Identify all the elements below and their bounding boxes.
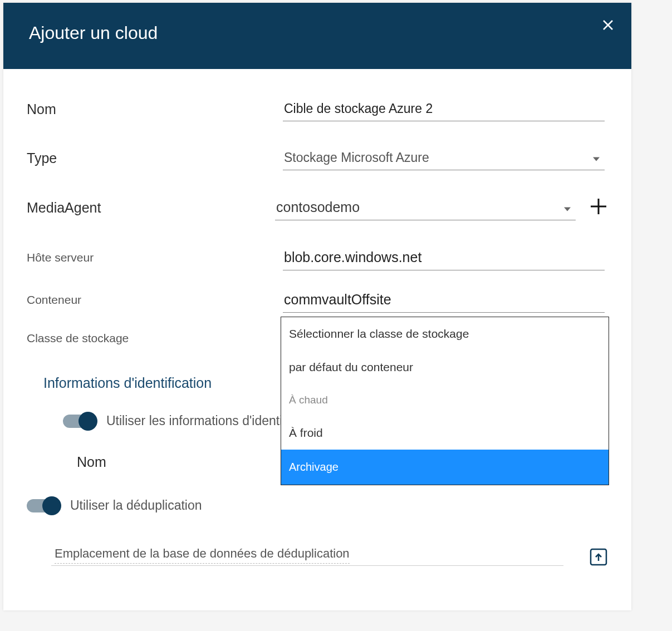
- close-icon[interactable]: [601, 18, 615, 34]
- form-row-host: Hôte serveur: [27, 245, 608, 270]
- modal-header: Ajouter un cloud: [3, 3, 631, 69]
- mediaagent-select[interactable]: contosodemo: [275, 195, 576, 220]
- dropdown-option-cold[interactable]: À froid: [281, 416, 609, 450]
- modal-body: Nom Type Stockage Microsoft Azure MediaA…: [3, 69, 631, 610]
- dropdown-option-archive[interactable]: Archivage: [281, 450, 609, 485]
- storageclass-dropdown-panel: Sélectionner la classe de stockage par d…: [281, 317, 609, 485]
- use-saved-credentials-toggle[interactable]: [63, 415, 96, 428]
- type-value: Stockage Microsoft Azure: [284, 150, 429, 165]
- dedup-location-row: Emplacement de la base de données de déd…: [27, 546, 608, 566]
- dropdown-option-prompt[interactable]: Sélectionner la classe de stockage: [281, 317, 609, 351]
- deduplication-toggle[interactable]: [27, 499, 60, 512]
- form-row-container: Conteneur: [27, 287, 608, 313]
- add-cloud-modal: Ajouter un cloud Nom Type Stockage Micro…: [3, 3, 631, 610]
- dropdown-option-container-default[interactable]: par défaut du conteneur: [281, 351, 609, 384]
- type-select[interactable]: Stockage Microsoft Azure: [283, 146, 605, 170]
- form-row-mediaagent: MediaAgent contosodemo: [27, 195, 608, 220]
- name-input[interactable]: [283, 97, 605, 121]
- name-label: Nom: [27, 101, 283, 117]
- mediaagent-value: contosodemo: [276, 199, 360, 215]
- toggle-knob: [42, 496, 61, 515]
- toggle-knob: [79, 412, 97, 431]
- form-row-type: Type Stockage Microsoft Azure: [27, 146, 608, 170]
- host-label: Hôte serveur: [27, 251, 283, 264]
- form-row-name: Nom: [27, 97, 608, 121]
- deduplication-row: Utiliser la déduplication: [27, 498, 608, 513]
- add-mediaagent-button[interactable]: [589, 197, 608, 218]
- chevron-down-icon: [563, 199, 571, 215]
- dedup-location-underline: [51, 565, 563, 566]
- type-label: Type: [27, 150, 283, 166]
- dedup-location-label: Emplacement de la base de données de déd…: [55, 546, 350, 564]
- container-input[interactable]: [283, 287, 605, 313]
- storageclass-label: Classe de stockage: [27, 332, 283, 345]
- container-label: Conteneur: [27, 293, 283, 307]
- deduplication-label: Utiliser la déduplication: [70, 498, 202, 513]
- modal-title: Ajouter un cloud: [29, 23, 606, 43]
- credentials-name-label: Nom: [77, 454, 106, 470]
- chevron-down-icon: [592, 150, 600, 165]
- dropdown-option-hot[interactable]: À chaud: [281, 384, 609, 416]
- mediaagent-label: MediaAgent: [27, 200, 275, 216]
- browse-location-button[interactable]: [589, 548, 608, 569]
- host-input[interactable]: [283, 245, 605, 270]
